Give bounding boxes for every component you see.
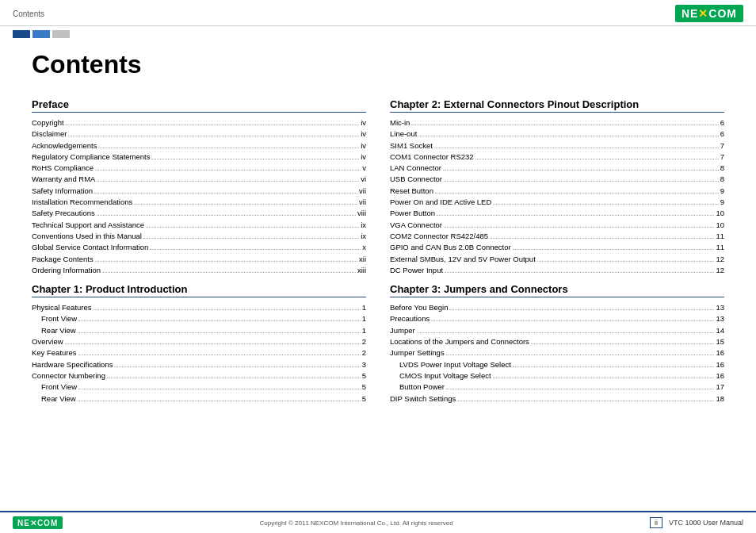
list-item: Reset Button9 [390, 186, 724, 196]
toc-page: iv [361, 140, 366, 151]
page-title: Contents [32, 50, 724, 79]
toc-page: iv [361, 151, 366, 162]
toc-label: Mic-in [390, 117, 410, 128]
toc-label: Power Button [390, 208, 435, 218]
toc-dots [434, 148, 719, 148]
toc-dots [418, 136, 718, 136]
toc-label: Safety Information [32, 186, 93, 196]
toc-page: 6 [720, 117, 724, 128]
toc-dots [143, 238, 359, 239]
toc-columns: Preface CopyrightivDisclaimerivAcknowled… [32, 98, 724, 405]
toc-label: SIM1 Socket [390, 140, 433, 151]
toc-label: Hardware Specifications [32, 359, 113, 370]
toc-label: Before You Begin [390, 302, 448, 313]
preface-title: Preface [32, 98, 366, 113]
toc-dots [493, 204, 718, 205]
list-item: DC Power Input12 [390, 265, 724, 275]
toc-label: Disclaimer [32, 128, 67, 139]
toc-label: Jumper Settings [390, 347, 445, 358]
toc-label: DC Power Input [390, 265, 443, 275]
bar-block-1 [13, 30, 30, 38]
toc-label: Line-out [390, 128, 417, 139]
list-item: Button Power17 [390, 382, 724, 392]
main-content: Contents Preface CopyrightivDisclaimeriv… [0, 42, 756, 405]
toc-label: Front View [32, 382, 77, 392]
right-column: Chapter 2: External Connectors Pinout De… [390, 98, 724, 405]
toc-page: vi [361, 174, 366, 184]
toc-dots [95, 170, 361, 171]
toc-label: Package Contents [32, 254, 94, 264]
toc-dots [68, 136, 359, 136]
toc-label: GPIO and CAN Bus 2.0B Connector [390, 242, 511, 252]
toc-dots [78, 320, 360, 321]
toc-dots [446, 355, 715, 355]
toc-label: Precautions [390, 313, 430, 324]
list-item: SIM1 Socket7 [390, 140, 724, 151]
list-item: USB Connector8 [390, 174, 724, 184]
toc-dots [449, 309, 714, 310]
list-item: Disclaimeriv [32, 128, 366, 139]
toc-page: iv [361, 117, 366, 128]
list-item: DIP Switch Settings18 [390, 393, 724, 404]
toc-dots [443, 170, 719, 171]
toc-page: ix [361, 220, 366, 230]
chapter2-items: Mic-in6Line-out6SIM1 Socket7COM1 Connect… [390, 117, 724, 275]
toc-label: Ordering Information [32, 265, 101, 275]
toc-page: iv [361, 128, 366, 139]
list-item: Technical Support and Assistanceix [32, 220, 366, 230]
toc-page: 9 [720, 186, 724, 196]
toc-dots [490, 238, 714, 239]
header-label: Contents [13, 10, 44, 18]
toc-label: Overview [32, 336, 63, 347]
toc-label: Key Features [32, 347, 77, 358]
footer-page: ii [650, 517, 662, 528]
chapter3-items: Before You Begin13Precautions13Jumper14L… [390, 302, 724, 404]
toc-label: Global Service Contact Information [32, 242, 148, 252]
toc-label: DIP Switch Settings [390, 393, 456, 404]
toc-label: External SMBus, 12V and 5V Power Output [390, 254, 536, 264]
toc-dots [475, 159, 719, 159]
toc-dots [493, 378, 715, 378]
list-item: Power Button10 [390, 208, 724, 218]
toc-dots [146, 227, 359, 228]
toc-label: Jumper [390, 325, 415, 336]
toc-dots [98, 148, 359, 148]
toc-page: 6 [720, 128, 724, 139]
toc-label: Power On and IDE Active LED [390, 197, 491, 207]
toc-dots [445, 272, 714, 273]
toc-page: 3 [362, 359, 366, 370]
toc-dots [94, 193, 357, 194]
toc-dots [513, 249, 715, 250]
toc-label: VGA Connector [390, 220, 442, 230]
list-item: Installation Recommendationsvii [32, 197, 366, 207]
toc-page: 12 [716, 254, 724, 264]
toc-dots [513, 366, 715, 367]
list-item: GPIO and CAN Bus 2.0B Connector11 [390, 242, 724, 252]
toc-page: 12 [716, 265, 724, 275]
list-item: Package Contentsxii [32, 254, 366, 264]
toc-label: Connector Numbering [32, 370, 105, 381]
footer-right: ii VTC 1000 User Manual [650, 517, 743, 528]
list-item: External SMBus, 12V and 5V Power Output1… [390, 254, 724, 264]
toc-dots [78, 389, 360, 389]
toc-label: Safety Precautions [32, 208, 95, 218]
toc-dots [446, 389, 714, 389]
toc-page: viii [357, 208, 366, 218]
toc-page: 5 [362, 382, 366, 392]
list-item: Acknowledgementsiv [32, 140, 366, 151]
toc-page: xii [359, 254, 366, 264]
nexcom-logo: NE✕COM [675, 5, 743, 22]
list-item: Power On and IDE Active LED9 [390, 197, 724, 207]
toc-dots [457, 401, 714, 401]
toc-dots [151, 159, 359, 159]
bar-block-2 [32, 30, 50, 38]
toc-dots [97, 181, 359, 182]
toc-page: ix [361, 231, 366, 241]
toc-label: Copyright [32, 117, 64, 128]
footer-logo: NE✕COM [13, 516, 63, 529]
toc-label: Regulatory Compliance Statements [32, 151, 150, 162]
toc-page: vii [359, 197, 366, 207]
list-item: Before You Begin13 [390, 302, 724, 313]
toc-label: Reset Button [390, 186, 433, 196]
list-item: Warranty and RMAvi [32, 174, 366, 184]
